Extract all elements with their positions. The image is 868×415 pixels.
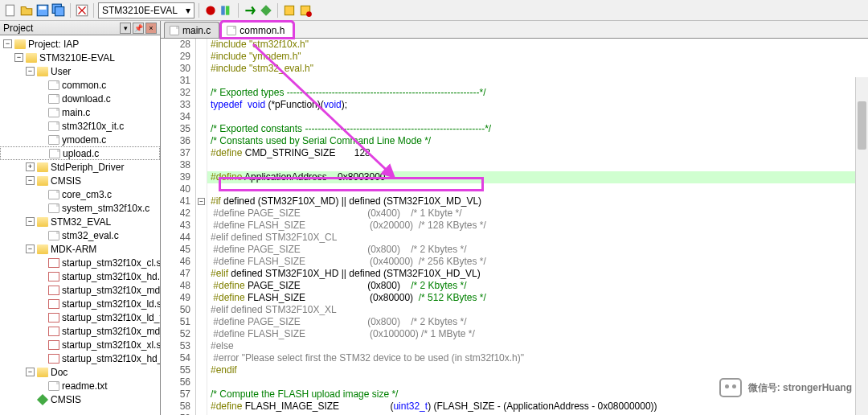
tree-item[interactable]: −CMSIS bbox=[0, 174, 160, 187]
step-icon[interactable] bbox=[243, 3, 257, 18]
svg-point-11 bbox=[306, 11, 312, 17]
code-line[interactable]: 40 bbox=[161, 183, 868, 195]
code-line[interactable]: 39#define ApplicationAddress 0x8003000 bbox=[161, 171, 868, 183]
code-line[interactable]: 48 #define PAGE_SIZE (0x800) /* 2 Kbytes… bbox=[161, 280, 868, 292]
open-icon[interactable] bbox=[19, 3, 34, 18]
tree-item[interactable]: stm32_eval.c bbox=[0, 228, 160, 242]
tree-item[interactable]: +StdPeriph_Driver bbox=[0, 160, 160, 174]
tree-item[interactable]: CMSIS bbox=[0, 392, 160, 406]
tree-item[interactable]: common.c bbox=[0, 78, 160, 92]
tree-label: startup_stm32f10x_ld_vl.s bbox=[62, 312, 160, 323]
svg-rect-9 bbox=[285, 6, 293, 14]
saveall-icon[interactable] bbox=[51, 3, 66, 18]
books-icon[interactable] bbox=[219, 3, 234, 18]
code-line[interactable]: 56 bbox=[161, 376, 868, 388]
code-line[interactable]: 42 #define PAGE_SIZE (0x400) /* 1 Kbyte … bbox=[161, 208, 868, 220]
tab-common-h[interactable]: common.h bbox=[221, 22, 293, 38]
code-line[interactable]: 51 #define PAGE_SIZE (0x800) /* 2 Kbytes… bbox=[161, 316, 868, 328]
code-line[interactable]: 28#include "stm32f10x.h" bbox=[161, 39, 868, 51]
code-line[interactable]: 47#elif defined STM32F10X_HD || defined … bbox=[161, 268, 868, 280]
tree-item[interactable]: −STM32_EVAL bbox=[0, 215, 160, 228]
scrollbar-v[interactable] bbox=[855, 77, 868, 415]
tree-label: startup_stm32f10x_ld.s bbox=[62, 298, 160, 310]
tree-item[interactable]: main.c bbox=[0, 105, 160, 119]
tree-item[interactable]: readme.txt bbox=[0, 379, 160, 392]
build-icon[interactable] bbox=[75, 3, 89, 18]
code-line[interactable]: 50#elif defined STM32F10X_XL bbox=[161, 304, 868, 316]
code-line[interactable]: 35/* Exported constants ----------------… bbox=[161, 123, 868, 135]
tree-item[interactable]: −STM3210E-EVAL bbox=[0, 51, 160, 64]
tree-label: Doc bbox=[51, 367, 68, 378]
tree-item[interactable]: −MDK-ARM bbox=[0, 242, 160, 256]
tree-label: User bbox=[51, 66, 71, 77]
tree-item[interactable]: startup_stm32f10x_hd.s bbox=[0, 269, 160, 283]
code-line[interactable]: 32/* Exported types --------------------… bbox=[161, 87, 868, 99]
panel-close-btn[interactable]: × bbox=[145, 23, 157, 34]
file-icon bbox=[227, 26, 236, 35]
code-line[interactable]: 45 #define PAGE_SIZE (0x800) /* 2 Kbytes… bbox=[161, 244, 868, 256]
tree-label: startup_stm32f10x_md.s bbox=[62, 285, 160, 296]
code-view[interactable]: 28#include "stm32f10x.h"29#include "ymod… bbox=[161, 39, 868, 415]
tree-label: CMSIS bbox=[51, 394, 81, 405]
tool2-icon[interactable] bbox=[298, 3, 313, 18]
tree-item[interactable]: startup_stm32f10x_ld_vl.s bbox=[0, 310, 160, 324]
code-line[interactable]: 34 bbox=[161, 111, 868, 123]
target-combo-value: STM3210E-EVAL bbox=[102, 5, 178, 16]
code-line[interactable]: 36/* Constants used by Serial Command Li… bbox=[161, 135, 868, 147]
code-line[interactable]: 57/* Compute the FLASH upload image size… bbox=[161, 388, 868, 401]
project-tree[interactable]: −Project: IAP−STM3210E-EVAL−Usercommon.c… bbox=[0, 35, 160, 415]
tree-label: main.c bbox=[62, 107, 90, 118]
code-line[interactable]: 38 bbox=[161, 159, 868, 171]
code-line[interactable]: 46 #define FLASH_SIZE (0x40000) /* 256 K… bbox=[161, 256, 868, 268]
code-line[interactable]: 44#elif defined STM32F10X_CL bbox=[161, 232, 868, 244]
code-line[interactable]: 58#define FLASH_IMAGE_SIZE (uint32_t) (F… bbox=[161, 401, 868, 413]
code-line[interactable]: 43 #define FLASH_SIZE (0x20000) /* 128 K… bbox=[161, 220, 868, 232]
code-line[interactable]: 55#endif bbox=[161, 364, 868, 376]
tree-item[interactable]: startup_stm32f10x_xl.s bbox=[0, 338, 160, 351]
code-line[interactable]: 53#else bbox=[161, 340, 868, 352]
tree-item[interactable]: −Project: IAP bbox=[0, 37, 160, 51]
tree-item[interactable]: system_stm32f10x.c bbox=[0, 201, 160, 215]
code-line[interactable]: 33typedef void (*pFunction)(void); bbox=[161, 99, 868, 111]
svg-rect-2 bbox=[39, 6, 47, 10]
tree-item[interactable]: stm32f10x_it.c bbox=[0, 119, 160, 133]
tree-item[interactable]: −User bbox=[0, 64, 160, 78]
target-combo[interactable]: STM3210E-EVAL▾ bbox=[98, 2, 194, 18]
new-icon[interactable] bbox=[3, 3, 18, 18]
tree-item[interactable]: startup_stm32f10x_ld.s bbox=[0, 297, 160, 310]
tree-label: stm32f10x_it.c bbox=[62, 121, 124, 132]
diamond-icon[interactable] bbox=[259, 3, 273, 18]
tree-item[interactable]: startup_stm32f10x_md_vl.s bbox=[0, 324, 160, 338]
tree-item[interactable]: startup_stm32f10x_cl.s bbox=[0, 256, 160, 269]
tree-item[interactable]: startup_stm32f10x_md.s bbox=[0, 283, 160, 297]
save-icon[interactable] bbox=[35, 3, 50, 18]
code-line[interactable]: 52 #define FLASH_SIZE (0x100000) /* 1 MB… bbox=[161, 328, 868, 340]
scrollbar-thumb[interactable] bbox=[858, 101, 866, 150]
tree-label: STM3210E-EVAL bbox=[39, 52, 115, 64]
tree-label: core_cm3.c bbox=[62, 189, 112, 200]
project-panel: Project ▾ 📌 × −Project: IAP−STM3210E-EVA… bbox=[0, 21, 161, 415]
code-line[interactable]: 37#define CMD_STRING_SIZE 128 bbox=[161, 147, 868, 159]
code-line[interactable]: 54 #error "Please select first the STM32… bbox=[161, 352, 868, 364]
tab-main-c[interactable]: main.c bbox=[164, 22, 219, 38]
svg-rect-7 bbox=[221, 6, 225, 14]
svg-rect-4 bbox=[55, 6, 64, 15]
code-line[interactable]: 31 bbox=[161, 75, 868, 87]
tree-item[interactable]: core_cm3.c bbox=[0, 187, 160, 201]
tree-item[interactable]: −Doc bbox=[0, 365, 160, 379]
code-line[interactable]: 30#include "stm32_eval.h" bbox=[161, 63, 868, 75]
panel-pin-btn[interactable]: 📌 bbox=[133, 23, 144, 34]
panel-menu-btn[interactable]: ▾ bbox=[120, 23, 131, 34]
code-line[interactable]: 41−#if defined (STM32F10X_MD) || defined… bbox=[161, 195, 868, 208]
tree-item[interactable]: ymodem.c bbox=[0, 133, 160, 146]
editor-tabs: main.c common.h bbox=[161, 21, 868, 39]
tree-item[interactable]: upload.c bbox=[0, 146, 160, 160]
tool1-icon[interactable] bbox=[282, 3, 297, 18]
tree-item[interactable]: startup_stm32f10x_hd_vl.s bbox=[0, 351, 160, 365]
tree-label: CMSIS bbox=[51, 175, 81, 187]
code-line[interactable]: 29#include "ymodem.h" bbox=[161, 51, 868, 63]
tree-item[interactable]: download.c bbox=[0, 92, 160, 105]
code-line[interactable]: 49 #define FLASH_SIZE (0x80000) /* 512 K… bbox=[161, 292, 868, 304]
debug-icon[interactable] bbox=[203, 3, 218, 18]
tree-label: download.c bbox=[62, 93, 111, 105]
